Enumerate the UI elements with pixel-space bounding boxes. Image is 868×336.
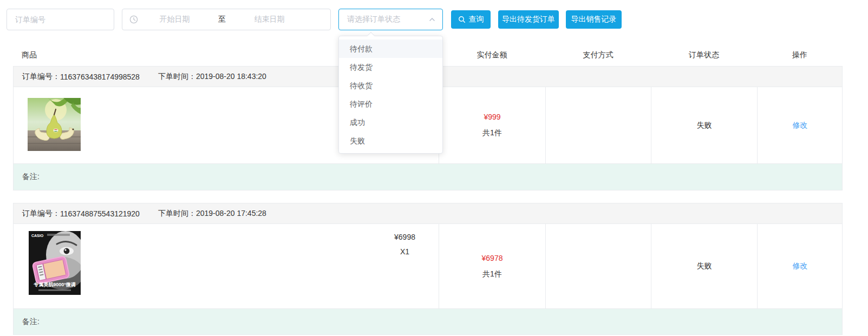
order-remark-row: 备注: [14,309,842,334]
order-number-value: 1163763438174998528 [60,73,140,81]
paid-amount: ¥6978 [482,254,503,262]
search-icon [458,16,466,23]
order-time-label: 下单时间： [158,209,196,218]
order-status-cell: 失败 [651,87,757,163]
paid-amount-cell: ¥999 共1件 [439,87,545,163]
action-cell: 修改 [758,87,843,163]
start-date-field[interactable]: 开始日期 [138,15,211,24]
column-header-product: 商品 [22,50,37,60]
export-sales-records-label: 导出销售记录 [571,15,617,24]
search-button[interactable]: 查询 [451,10,491,29]
caption-text: 专属美肌9000°微调 [33,281,76,287]
quantity: X1 [400,247,409,256]
order-card: 订单编号：1163748875543121920 下单时间：2019-08-20… [13,203,843,335]
order-status-select-placeholder: 请选择订单状态 [347,15,400,24]
column-header-payment-method: 支付方式 [545,50,651,60]
export-pending-orders-label: 导出待发货订单 [502,15,555,24]
status-dropdown-panel: 待付款 待发货 待收货 待评价 成功 失败 [338,36,443,154]
date-range-picker[interactable]: 开始日期 至 结束日期 [122,9,331,30]
status-option-pending-shipment[interactable]: 待发货 [339,58,442,76]
end-date-field[interactable]: 结束日期 [233,15,306,24]
payment-method-cell [546,87,651,163]
status-option-failed[interactable]: 失败 [339,131,442,150]
order-status-cell: 失败 [651,224,757,308]
paid-amount-cell: ¥6978 共1件 [439,224,545,308]
order-card-body: CASIO 专属美肌9000°微调 ¥6998 X1 ¥6978 共1件 [14,224,842,309]
remark-label: 备注: [22,317,40,327]
order-number-value: 1163748875543121920 [60,209,140,218]
order-number-label: 订单编号： [22,209,60,219]
order-remark-row: 备注: [14,164,842,190]
product-image-camera: CASIO 专属美肌9000°微调 [29,231,81,295]
brand-text: CASIO [31,234,44,238]
export-sales-records-button[interactable]: 导出销售记录 [566,10,622,29]
paid-amount: ¥999 [484,113,500,121]
product-image-pear [28,98,81,151]
item-count: 共1件 [482,269,502,279]
unit-price: ¥6998 [394,233,415,241]
status-option-pending-review[interactable]: 待评价 [339,95,442,113]
unit-price-cell: ¥6998 X1 [371,224,439,308]
order-number-input[interactable] [6,9,114,30]
status-option-pending-payment[interactable]: 待付款 [339,39,442,58]
order-time-value: 2019-08-20 17:45:28 [196,209,266,218]
payment-method-cell [546,224,651,308]
order-number-label: 订单编号： [22,72,60,82]
remark-label: 备注: [22,172,40,182]
order-status: 失败 [697,121,712,130]
dropdown-arrow [367,32,375,39]
search-button-label: 查询 [469,15,484,24]
column-header-paid-amount: 实付金额 [439,50,545,60]
date-range-separator: 至 [211,15,233,24]
order-status-select[interactable]: 请选择订单状态 [338,9,443,30]
status-option-success[interactable]: 成功 [339,113,442,131]
chevron-up-icon [428,16,436,23]
action-cell: 修改 [758,224,843,308]
status-option-pending-receipt[interactable]: 待收货 [339,76,442,95]
export-pending-orders-button[interactable]: 导出待发货订单 [498,10,559,29]
clock-icon [129,15,138,24]
column-header-action: 操作 [757,50,843,60]
status-option-list: 待付款 待发货 待收货 待评价 成功 失败 [339,39,442,150]
modify-link[interactable]: 修改 [793,261,808,271]
order-status: 失败 [697,261,712,271]
modify-link[interactable]: 修改 [793,121,808,130]
order-card-header: 订单编号：1163748875543121920 下单时间：2019-08-20… [14,203,842,224]
item-count: 共1件 [482,128,502,138]
order-time-value: 2019-08-20 18:43:20 [196,72,266,81]
order-time-label: 下单时间： [158,72,196,81]
column-header-order-status: 订单状态 [651,50,757,60]
